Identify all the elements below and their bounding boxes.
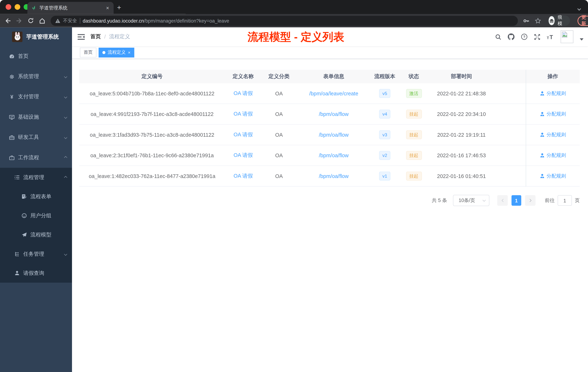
sidebar: 芋道管理系统 首页 系统管理 ¥ 支付管理	[0, 27, 72, 372]
gear-icon	[9, 74, 15, 79]
chevron-up-icon	[64, 156, 67, 159]
sidebar-item-leave-query[interactable]: 请假查询	[0, 263, 72, 283]
font-size-icon[interactable]: TT	[547, 34, 554, 40]
url-text[interactable]: dashboard.yudao.iocoder.cn/bpm/manager/d…	[83, 18, 229, 23]
logo-avatar	[12, 32, 22, 42]
definition-category: OA	[275, 173, 283, 179]
assign-rule-link[interactable]: 分配规则	[539, 173, 566, 179]
assign-rule-link[interactable]: 分配规则	[539, 90, 566, 97]
toolbox-icon	[9, 134, 15, 140]
url-divider	[80, 18, 80, 23]
sidebar-item-user-group[interactable]: 用户分组	[0, 206, 72, 225]
tag-home[interactable]: 首页	[80, 47, 96, 57]
tab-search-caret-icon[interactable]	[578, 5, 580, 12]
avatar[interactable]	[561, 30, 573, 43]
column-header: 流程版本	[371, 73, 399, 80]
url-bar[interactable]: 不安全 dashboard.yudao.iocoder.cn/bpm/manag…	[51, 16, 518, 26]
bookmark-star-icon[interactable]	[535, 17, 541, 24]
chevron-down-icon	[64, 75, 67, 78]
tag-process-definition[interactable]: 流程定义 ×	[99, 47, 134, 57]
sidebar-item-label: 首页	[18, 53, 67, 60]
definition-id: oa_leave:3:1fad3d93-7b75-11ec-a3c8-acde4…	[90, 132, 214, 138]
definition-category: OA	[275, 152, 283, 158]
svg-text:?: ?	[523, 35, 525, 39]
pagination: 共 5 条 10条/页 1 前往 页	[79, 195, 580, 206]
form-info-link[interactable]: /bpm/oa/flow	[319, 173, 349, 179]
app-title: 芋道管理系统	[26, 33, 59, 40]
forward-icon[interactable]	[16, 17, 22, 24]
reload-icon[interactable]	[28, 18, 34, 24]
close-window-button[interactable]	[6, 4, 11, 10]
sidebar-item-label: 任务管理	[23, 251, 61, 257]
sidebar-item-system[interactable]: 系统管理	[0, 66, 72, 87]
user-icon	[14, 270, 20, 276]
sidebar-item-payment[interactable]: ¥ 支付管理	[0, 87, 72, 107]
goto-label: 前往	[545, 197, 555, 204]
fullscreen-icon[interactable]	[534, 34, 540, 40]
breadcrumb-home[interactable]: 首页	[90, 33, 101, 40]
home-icon[interactable]	[39, 17, 45, 24]
deploy-time: 2022-01-22 20:34:10	[437, 111, 486, 117]
main-content: 定义编号 定义名称 定义分类 表单信息 流程版本 状态 部署时间 操作 oa_l…	[72, 59, 588, 372]
avatar-caret-icon[interactable]	[580, 38, 584, 40]
definition-name-link[interactable]: OA 请假	[234, 111, 253, 117]
chevron-down-icon	[64, 252, 67, 256]
back-icon[interactable]	[5, 17, 11, 24]
status-badge: 挂起	[406, 109, 422, 119]
browser-tab[interactable]: 芋道管理系统 ×	[27, 2, 114, 14]
help-icon[interactable]: ?	[521, 33, 528, 40]
assign-rule-link[interactable]: 分配规则	[539, 111, 566, 117]
sidebar-item-workflow[interactable]: 工作流程	[0, 148, 72, 168]
page-size-select[interactable]: 10条/页	[453, 195, 489, 206]
column-header: 操作	[526, 73, 580, 80]
password-key-icon[interactable]	[523, 17, 529, 24]
sidebar-item-process-form[interactable]: 流程表单	[0, 187, 72, 206]
definition-name-link[interactable]: OA 请假	[234, 90, 253, 97]
not-secure-label[interactable]: 不安全	[63, 17, 77, 24]
chevron-down-icon	[483, 198, 486, 202]
form-info-link[interactable]: /bpm/oa/flow	[319, 132, 349, 138]
sidebar-item-infrastructure[interactable]: 基础设施	[0, 107, 72, 127]
definition-name-link[interactable]: OA 请假	[234, 131, 253, 138]
sidebar-logo[interactable]: 芋道管理系统	[0, 27, 72, 46]
sidebar-toggle-icon[interactable]	[72, 27, 90, 46]
definition-name-link[interactable]: OA 请假	[234, 152, 253, 159]
page-annotation-title: 流程模型 - 定义列表	[247, 30, 344, 45]
search-icon[interactable]	[495, 34, 502, 40]
form-info-link[interactable]: /bpm/oa/flow	[319, 111, 349, 117]
version-badge: v3	[379, 130, 390, 139]
chevron-down-icon	[64, 95, 67, 98]
sidebar-item-label: 研发工具	[18, 134, 61, 141]
sidebar-item-process-model[interactable]: 流程模型	[0, 225, 72, 244]
definition-name-link[interactable]: OA 请假	[234, 173, 253, 179]
window-controls[interactable]	[6, 4, 29, 10]
sidebar-item-task-management[interactable]: 任务管理	[0, 244, 72, 263]
sidebar-item-home[interactable]: 首页	[0, 46, 72, 66]
assign-rule-link[interactable]: 分配规则	[539, 152, 566, 159]
tag-close-icon[interactable]: ×	[128, 50, 130, 55]
breadcrumb: 首页 / 流程定义	[90, 33, 130, 40]
tab-close-icon[interactable]: ×	[105, 5, 110, 11]
form-info-link[interactable]: /bpm/oa/flow	[319, 152, 349, 158]
assign-rule-link[interactable]: 分配规则	[539, 131, 566, 138]
user-icon	[539, 174, 545, 179]
tree-icon	[14, 251, 20, 257]
breadcrumb-separator: /	[104, 34, 106, 40]
app-navbar: 首页 / 流程定义 流程模型 - 定义列表 ?	[72, 27, 588, 46]
sidebar-item-process-management[interactable]: 流程管理	[0, 168, 72, 187]
sidebar-item-label: 流程管理	[23, 174, 61, 181]
deploy-time: 2022-01-22 19:19:11	[437, 132, 486, 138]
definition-id: oa_leave:2:3c1f0ef1-76b1-11ec-9c66-a2380…	[90, 152, 214, 158]
new-tab-button[interactable]: +	[117, 3, 121, 12]
goto-page-input[interactable]	[558, 195, 572, 206]
form-info-link[interactable]: /bpm/oa/leave/create	[309, 90, 358, 97]
next-page-button[interactable]	[525, 195, 536, 206]
github-icon[interactable]	[508, 33, 514, 40]
version-badge: v2	[379, 151, 390, 160]
update-label[interactable]: 更新	[581, 14, 586, 27]
page-number-1[interactable]: 1	[512, 195, 521, 206]
minimize-window-button[interactable]	[15, 4, 20, 10]
prev-page-button[interactable]	[497, 195, 508, 206]
update-button[interactable]: 更新	[577, 16, 588, 26]
sidebar-item-dev-tools[interactable]: 研发工具	[0, 127, 72, 147]
